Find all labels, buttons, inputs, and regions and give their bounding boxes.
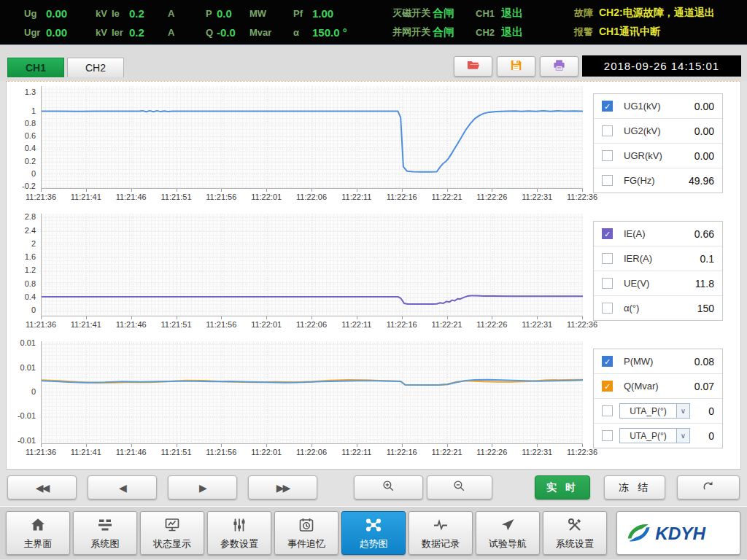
x-axis-tickmark	[492, 316, 492, 319]
x-axis-tickmark	[492, 444, 492, 447]
x-axis-tickmark	[402, 316, 403, 319]
y-axis-labels: 2.82.421.61.20.80.40	[7, 214, 38, 316]
x-axis-tick: 11:21:36	[26, 448, 56, 456]
tab-ch2[interactable]: CH2	[67, 58, 124, 77]
x-axis-tickmark	[311, 316, 312, 319]
legend-signal-label: FG(Hz)	[624, 175, 655, 186]
legend-checkbox[interactable]	[602, 405, 613, 416]
legend-checkbox[interactable]	[602, 253, 613, 264]
legend-checkbox[interactable]	[602, 303, 613, 314]
y-axis-tick: 2	[31, 239, 36, 248]
print-button[interactable]	[540, 56, 578, 77]
kdyh-logo: KDYH	[616, 511, 740, 555]
nav-trend-chart-button[interactable]: 趋势图	[341, 511, 406, 555]
x-axis-tickmark	[357, 316, 357, 319]
zoom-in-button[interactable]	[354, 475, 423, 499]
topbar-label: 灭磁开关	[392, 7, 433, 20]
datetime-display: 2018-09-26 14:15:01	[582, 55, 741, 77]
nav-status-display-button[interactable]: 状态显示	[140, 511, 204, 555]
nav-label: 试验导航	[489, 537, 527, 551]
legend-checkbox[interactable]	[602, 175, 613, 186]
channel-tabs: CH1CH2	[7, 58, 124, 77]
nav-parameter-settings-button[interactable]: 参数设置	[207, 511, 271, 555]
legend-signal-value: 0	[708, 405, 714, 417]
x-axis-labels: 11:21:3611:21:4111:21:4611:21:5111:21:56…	[7, 189, 602, 205]
save-button[interactable]	[497, 56, 535, 77]
zoom-out-button[interactable]	[427, 475, 492, 499]
x-axis-tickmark	[131, 444, 132, 447]
nav-system-diagram-button[interactable]: 系统图	[73, 511, 137, 555]
topbar-label: P	[206, 8, 217, 19]
y-axis-tick: 0.01	[20, 338, 36, 347]
x-axis-tickmark	[447, 189, 448, 192]
legend-checkbox[interactable]	[602, 125, 613, 136]
logo-text: KDYH	[655, 524, 706, 543]
topbar-value: 0.2	[129, 26, 168, 39]
legend-signal-label: UGR(kV)	[624, 150, 662, 161]
x-axis-tickmark	[131, 189, 132, 192]
x-axis-tickmark	[447, 444, 448, 447]
legend-row: ✓UG1(kV)0.00	[594, 94, 722, 119]
topbar-label: MW	[249, 8, 293, 19]
trend-chart-icon	[365, 516, 382, 536]
realtime-button[interactable]: 实 时	[535, 475, 590, 499]
x-axis-labels: 11:21:3611:21:4111:21:4611:21:5111:21:56…	[7, 316, 602, 332]
x-axis-tickmark	[311, 444, 312, 447]
signal-select-dropdown[interactable]: UTA_P(°)∨	[619, 428, 690, 443]
legend-checkbox[interactable]	[602, 278, 613, 289]
legend-checkbox[interactable]	[602, 150, 613, 161]
rewind-button[interactable]: ◀◀	[7, 475, 77, 499]
bottom-navbar: 主界面系统图状态显示参数设置事件追忆趋势图数据记录试验导航系统设置 KDYH	[0, 506, 747, 559]
topbar-value: 退出	[501, 26, 574, 39]
legend-checkbox[interactable]: ✓	[602, 101, 613, 112]
x-axis-tickmark	[131, 316, 132, 319]
signal-select-dropdown[interactable]: UTA_P(°)∨	[619, 403, 690, 419]
nav-system-settings-button[interactable]: 系统设置	[543, 511, 607, 555]
status-topbar: Ug0.00kVIe0.2AP0.0MWPf1.00灭磁开关合闸CH1退出故障C…	[0, 0, 747, 45]
legend-checkbox[interactable]: ✓	[602, 381, 613, 392]
current-chart-row: 2.82.421.61.20.80.40 11:21:3611:21:4111:…	[7, 214, 740, 333]
nav-event-recall-button[interactable]: 事件追忆	[274, 511, 338, 555]
voltage-chart-plot[interactable]	[41, 86, 583, 189]
nav-home-button[interactable]: 主界面	[6, 511, 70, 555]
y-axis-tick: 0	[31, 306, 36, 314]
open-file-button[interactable]	[454, 56, 492, 77]
dropdown-selected-value: UTA_P(°)	[620, 431, 676, 441]
freeze-button[interactable]: 冻 结	[604, 475, 665, 499]
topbar-label: 报警	[574, 26, 599, 39]
nav-data-record-button[interactable]: 数据记录	[409, 511, 473, 555]
topbar-label: Mvar	[249, 27, 293, 38]
topbar-label: 并网开关	[392, 26, 433, 39]
nav-label: 系统图	[91, 537, 120, 551]
tab-ch1[interactable]: CH1	[7, 58, 64, 77]
legend-signal-label: α(°)	[624, 303, 639, 314]
nav-test-navigation-button[interactable]: 试验导航	[476, 511, 540, 555]
y-axis-labels: 1.310.80.60.40.20-0.2	[7, 86, 38, 188]
x-axis-labels: 11:21:3611:21:4111:21:4611:21:5111:21:56…	[7, 444, 602, 460]
x-axis-tick: 11:22:11	[341, 320, 371, 329]
x-axis-tick: 11:22:06	[296, 192, 327, 201]
x-axis-tickmark	[582, 444, 583, 447]
legend-checkbox[interactable]: ✓	[602, 228, 613, 239]
x-axis-tick: 11:22:16	[387, 448, 417, 456]
x-axis-tickmark	[221, 189, 222, 192]
topbar-value: CH1通讯中断	[599, 26, 660, 39]
legend-signal-value: 49.96	[689, 175, 714, 187]
step-back-button[interactable]: ◀	[88, 475, 157, 499]
y-axis-tick: 1.2	[25, 265, 36, 274]
data-record-icon	[432, 516, 449, 536]
legend-row: UTA_P(°)∨0	[594, 399, 722, 424]
fast-forward-button[interactable]: ▶▶	[248, 475, 317, 499]
legend-checkbox[interactable]	[602, 430, 613, 441]
legend-signal-value: 0	[708, 430, 714, 442]
step-forward-button[interactable]: ▶	[168, 475, 237, 499]
topbar-label: A	[168, 8, 206, 19]
y-axis-tick: 0	[31, 169, 36, 178]
power-chart-plot[interactable]	[41, 341, 583, 444]
current-chart-plot[interactable]	[41, 214, 583, 316]
legend-checkbox[interactable]: ✓	[602, 356, 613, 367]
open-folder-icon	[466, 58, 480, 74]
refresh-button[interactable]	[677, 475, 740, 499]
x-axis-tick: 11:21:51	[160, 448, 191, 456]
app-window: Ug0.00kVIe0.2AP0.0MWPf1.00灭磁开关合闸CH1退出故障C…	[0, 0, 747, 560]
